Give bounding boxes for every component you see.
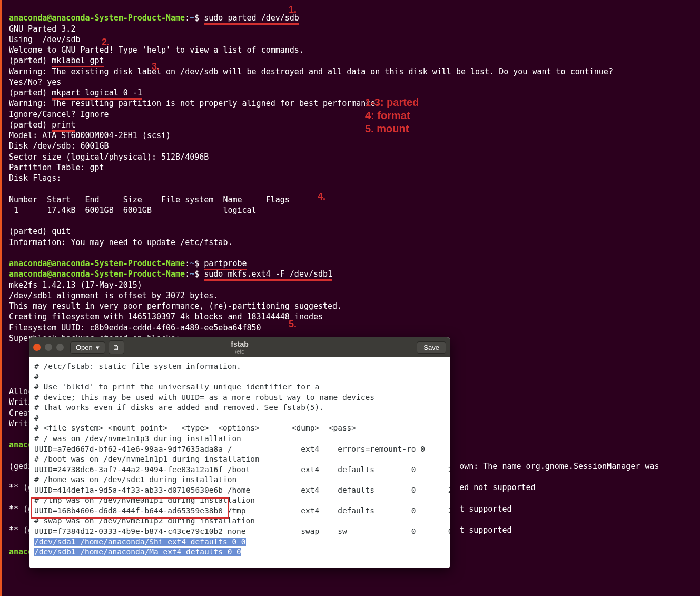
- warn-destroy: Warning: The existing disk label on /dev…: [9, 67, 613, 76]
- gedit-titlebar[interactable]: Open ▾ 🗎 fstab /etc Save: [29, 337, 450, 357]
- gedit-window[interactable]: Open ▾ 🗎 fstab /etc Save # /etc/fstab: s…: [29, 337, 450, 568]
- open-button[interactable]: Open ▾: [70, 341, 105, 354]
- cmd-partprobe: partprobe: [204, 259, 247, 270]
- cmd-mkfs: sudo mkfs.ext4 -F /dev/sdb1: [204, 269, 332, 281]
- cmd-parted: sudo parted /dev/sdb: [204, 13, 299, 25]
- gedit-title: fstab /etc: [231, 340, 248, 355]
- cmd-print: print: [52, 120, 75, 132]
- fstab-content: # /etc/fstab: static file system informa…: [34, 362, 450, 535]
- save-button[interactable]: Save: [417, 341, 446, 354]
- cmd-quit: quit: [52, 227, 71, 236]
- prompt-user: anaconda@anaconda-System-Product-Name: [9, 13, 185, 23]
- cmd-mklabel: mklabel gpt: [52, 56, 104, 67]
- maximize-icon[interactable]: [56, 344, 64, 351]
- chevron-down-icon: ▾: [96, 344, 100, 351]
- new-document-button[interactable]: 🗎: [109, 340, 124, 354]
- warn-align: Warning: The resulting partition is not …: [9, 99, 380, 108]
- document-icon: 🗎: [113, 344, 120, 351]
- cmd-mkpart: mkpart logical 0 -1: [52, 88, 142, 100]
- parted-banner: GNU Parted 3.2 Using /dev/sdb Welcome to…: [9, 24, 304, 55]
- gedit-text-editor[interactable]: # /etc/fstab: static file system informa…: [29, 357, 450, 568]
- window-controls: [33, 344, 64, 351]
- prompt-path: ~: [190, 13, 194, 23]
- prompt-sep: :: [185, 13, 190, 23]
- fstab-selected-line-1: /dev/sda1 /home/anaconda/Shi ext4 defaul…: [34, 538, 246, 546]
- minimize-icon[interactable]: [45, 344, 52, 351]
- parted-print-output: Model: ATA ST6000DM004-2EH1 (scsi) Disk …: [9, 131, 290, 215]
- fstab-selected-line-2: /dev/sdb1 /home/anaconda/Ma ext4 default…: [34, 548, 241, 556]
- close-icon[interactable]: [33, 344, 41, 351]
